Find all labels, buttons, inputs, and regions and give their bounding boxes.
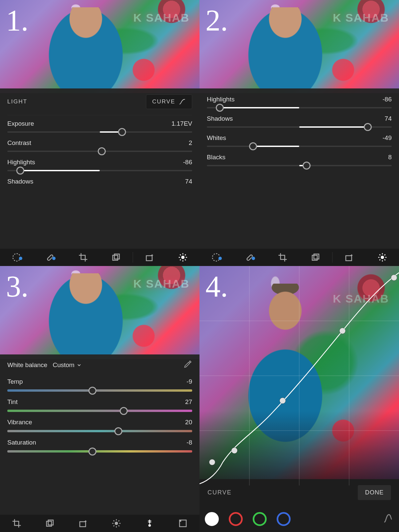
slider-value: 74: [185, 178, 192, 185]
svg-line-10: [180, 254, 181, 255]
svg-point-56: [391, 275, 397, 281]
auto-tool-icon[interactable]: [133, 252, 166, 262]
svg-rect-41: [149, 520, 150, 524]
healing-tool-icon[interactable]: [233, 252, 266, 262]
panel-step-1: 1. LIGHT CURVE Exposure1.17EVContrast2Hi…: [0, 0, 200, 266]
panel-step-2: 2. Highlights-86Shadows74Whites-49Blacks…: [200, 0, 399, 266]
svg-rect-16: [312, 255, 317, 260]
photo-preview: [0, 266, 200, 359]
slider-value: -49: [383, 134, 392, 142]
step-number: 3.: [6, 269, 29, 304]
crop-tool-icon[interactable]: [66, 252, 100, 262]
effects-tool-icon[interactable]: [166, 518, 200, 528]
svg-line-39: [118, 520, 119, 521]
svg-point-5: [181, 256, 185, 259]
toolbar-panel-2: [200, 249, 399, 266]
slider-value: -86: [183, 159, 192, 166]
svg-rect-45: [180, 520, 181, 522]
slider-blacks[interactable]: [207, 165, 392, 166]
slider-label: Temp: [7, 378, 23, 385]
slider-label: Whites: [207, 134, 226, 142]
step-number: 4.: [205, 269, 228, 304]
white-balance-dropdown[interactable]: Custom: [53, 361, 81, 369]
curve-channel-luma[interactable]: [205, 512, 219, 526]
presets-tool-icon[interactable]: [33, 518, 66, 528]
svg-point-40: [148, 524, 151, 527]
step-number: 2.: [205, 3, 228, 38]
eyedropper-icon[interactable]: [184, 360, 192, 370]
slider-whites[interactable]: [207, 146, 392, 147]
svg-point-52: [209, 459, 215, 465]
svg-line-26: [379, 259, 380, 260]
svg-rect-2: [113, 255, 118, 260]
svg-point-53: [231, 448, 237, 454]
step-number: 1.: [6, 3, 29, 38]
light-tool-icon[interactable]: [366, 252, 399, 262]
svg-rect-28: [47, 521, 52, 526]
svg-rect-29: [48, 520, 53, 525]
toolbar-panel-3: [0, 515, 200, 532]
auto-tool-icon[interactable]: [332, 252, 366, 262]
slider-contrast[interactable]: [7, 151, 192, 152]
svg-line-24: [379, 254, 380, 255]
slider-label: Shadows: [207, 115, 233, 122]
color-tool-icon[interactable]: [133, 518, 166, 528]
photo-preview-curve[interactable]: [200, 266, 399, 485]
slider-label: Blacks: [207, 154, 225, 161]
presets-tool-icon[interactable]: [299, 252, 332, 262]
slider-value: 2: [189, 139, 192, 147]
slider-temp[interactable]: [7, 389, 192, 392]
curve-label: CURVE: [207, 489, 232, 496]
slider-value: 27: [185, 398, 192, 406]
curve-channel-blue[interactable]: [277, 512, 291, 526]
svg-line-25: [384, 259, 385, 260]
crop-tool-icon[interactable]: [0, 518, 33, 528]
slider-label: Contrast: [7, 139, 31, 147]
curve-channel-bar: [200, 506, 399, 532]
svg-rect-4: [146, 256, 152, 261]
slider-exposure[interactable]: [7, 131, 192, 133]
slider-value: -9: [187, 378, 192, 385]
selective-tool-icon[interactable]: [200, 252, 233, 262]
slider-label: Vibrance: [7, 419, 32, 426]
slider-label: Exposure: [7, 120, 34, 127]
slider-highlights[interactable]: [7, 170, 192, 171]
done-button[interactable]: DONE: [358, 485, 391, 500]
svg-point-19: [381, 256, 384, 259]
auto-tool-icon[interactable]: [66, 518, 100, 528]
svg-rect-18: [346, 256, 352, 261]
presets-tool-icon[interactable]: [99, 252, 133, 262]
color-controls: White balance Custom Temp-9Tint27Vibranc…: [0, 354, 200, 515]
light-controls: LIGHT CURVE Exposure1.17EVContrast2Highl…: [0, 88, 200, 249]
slider-label: Saturation: [7, 439, 36, 446]
parametric-curve-icon[interactable]: [382, 513, 394, 525]
slider-label: Highlights: [7, 159, 35, 166]
slider-tint[interactable]: [7, 410, 192, 412]
section-title: LIGHT: [7, 98, 27, 105]
light-tool-icon[interactable]: [100, 518, 133, 528]
crop-tool-icon[interactable]: [266, 252, 299, 262]
slider-vibrance[interactable]: [7, 430, 192, 432]
curve-icon: [179, 98, 186, 105]
selective-tool-icon[interactable]: [0, 252, 33, 262]
healing-tool-icon[interactable]: [33, 252, 66, 262]
svg-line-12: [180, 259, 181, 260]
slider-highlights[interactable]: [207, 107, 392, 108]
slider-value: 1.17EV: [172, 120, 192, 127]
photo-preview: [0, 0, 200, 93]
curve-button[interactable]: CURVE: [146, 94, 192, 109]
curve-channel-red[interactable]: [229, 512, 243, 526]
slider-value: -86: [383, 96, 392, 103]
slider-value: 20: [185, 419, 192, 426]
slider-value: 8: [388, 154, 392, 161]
light-tool-icon[interactable]: [166, 252, 200, 262]
svg-line-27: [384, 254, 385, 255]
slider-shadows[interactable]: [207, 126, 392, 128]
svg-line-13: [185, 254, 186, 255]
svg-point-55: [339, 328, 345, 334]
tone-curve-overlay[interactable]: [200, 266, 399, 485]
curve-channel-green[interactable]: [253, 512, 267, 526]
slider-saturation[interactable]: [7, 450, 192, 453]
svg-line-37: [118, 525, 119, 526]
svg-rect-30: [80, 522, 86, 527]
